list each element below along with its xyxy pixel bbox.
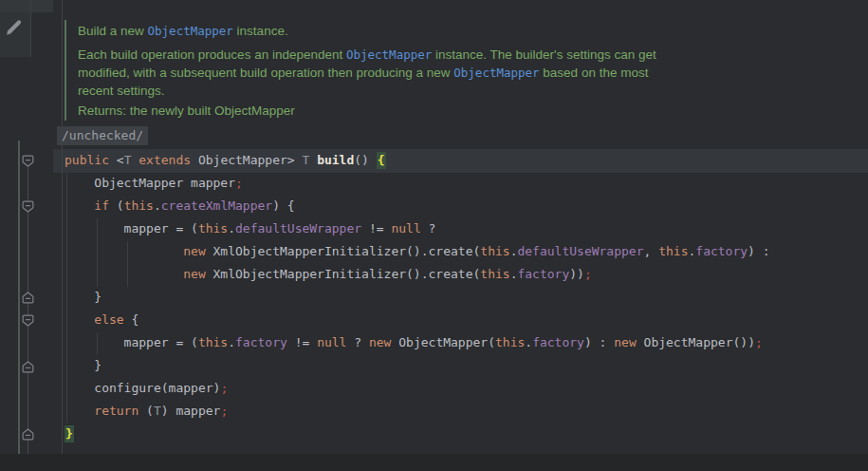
code-token: factory bbox=[235, 335, 287, 349]
code-token: this bbox=[198, 221, 228, 236]
code-token: . bbox=[154, 198, 161, 213]
fold-end-icon[interactable] bbox=[21, 360, 35, 374]
doc-text: Each build operation produces an indepen… bbox=[78, 47, 346, 62]
code-token: { bbox=[124, 312, 139, 327]
code-line[interactable]: } bbox=[65, 423, 74, 445]
fold-end-icon[interactable] bbox=[21, 427, 35, 442]
code-token: ObjectMapper mapper bbox=[65, 176, 235, 190]
code-line[interactable]: } bbox=[65, 286, 102, 309]
doc-inline-code: ObjectMapper bbox=[346, 47, 432, 62]
code-token: ObjectMapper> bbox=[191, 153, 302, 167]
code-token: createXmlMapper bbox=[161, 198, 272, 213]
code-token: this bbox=[198, 335, 228, 349]
code-token: != bbox=[287, 335, 317, 349]
code-token bbox=[65, 312, 94, 327]
code-token: ) mapper bbox=[161, 404, 221, 418]
doc-text: Build a new bbox=[78, 24, 148, 38]
code-token: ? bbox=[346, 335, 368, 349]
code-token: factory bbox=[695, 244, 748, 258]
code-token: ) : bbox=[584, 335, 614, 349]
code-token bbox=[65, 404, 94, 418]
doc-text: instance. bbox=[233, 24, 288, 38]
code-line[interactable]: } bbox=[65, 354, 102, 377]
left-strip-border bbox=[30, 0, 31, 57]
code-token: ; bbox=[220, 381, 228, 395]
gutter-separator bbox=[62, 0, 63, 471]
code-token: T bbox=[154, 404, 161, 418]
code-token: null bbox=[391, 221, 420, 236]
fold-end-icon[interactable] bbox=[21, 291, 35, 305]
code-token: ( bbox=[109, 198, 124, 213]
code-line[interactable]: return (T) mapper; bbox=[65, 400, 228, 423]
code-token: defaultUseWrapper bbox=[517, 244, 643, 258]
code-line[interactable]: if (this.createXmlMapper) { bbox=[65, 195, 295, 217]
doc-line: Build a new ObjectMapper instance. bbox=[78, 22, 288, 40]
code-token: ) : bbox=[748, 244, 769, 258]
code-token: this bbox=[480, 267, 509, 281]
code-token: . bbox=[525, 335, 532, 349]
code-token: < bbox=[109, 153, 124, 167]
code-line[interactable]: mapper = (this.defaultUseWrapper != null… bbox=[65, 217, 435, 240]
code-token: () bbox=[354, 153, 376, 167]
code-token: extends bbox=[139, 153, 191, 167]
code-token: . bbox=[228, 221, 235, 236]
code-token: XmlObjectMapperInitializer().create( bbox=[206, 244, 481, 258]
doc-line: recent settings. bbox=[78, 82, 165, 100]
doc-text: modified, with a subsequent build operat… bbox=[78, 66, 453, 80]
code-token: this bbox=[480, 244, 509, 258]
code-token: , bbox=[644, 244, 659, 258]
code-line[interactable]: else { bbox=[65, 309, 139, 331]
code-token: this bbox=[124, 198, 154, 213]
code-token: configure(mapper) bbox=[65, 381, 220, 395]
code-token: mapper = ( bbox=[65, 335, 198, 349]
code-token: } bbox=[65, 290, 102, 304]
code-line[interactable]: mapper = (this.factory != null ? new Obj… bbox=[65, 331, 763, 354]
code-token: ( bbox=[139, 404, 154, 418]
code-token: factory bbox=[532, 335, 584, 349]
code-token: ; bbox=[235, 176, 243, 190]
code-line[interactable]: new XmlObjectMapperInitializer().create(… bbox=[65, 240, 770, 263]
matched-brace: } bbox=[65, 425, 74, 443]
code-token: null bbox=[317, 335, 346, 349]
code-line[interactable]: new XmlObjectMapperInitializer().create(… bbox=[65, 263, 592, 286]
code-line[interactable]: public <T extends ObjectMapper> T build(… bbox=[65, 149, 386, 172]
code-token: )) bbox=[569, 267, 584, 281]
doc-line: Returns: the newly built ObjectMapper bbox=[78, 102, 295, 120]
doc-comment-border bbox=[65, 20, 66, 121]
doc-line: Each build operation produces an indepen… bbox=[78, 46, 656, 64]
code-token: } bbox=[65, 358, 102, 372]
pencil-icon[interactable] bbox=[3, 16, 26, 39]
fold-start-icon[interactable] bbox=[21, 154, 35, 168]
code-token: build bbox=[317, 153, 354, 167]
code-token: ; bbox=[220, 404, 228, 418]
doc-text: based on the most bbox=[540, 66, 649, 80]
code-token bbox=[65, 244, 183, 258]
code-line[interactable]: ObjectMapper mapper; bbox=[65, 172, 243, 195]
bottom-panel-edge bbox=[0, 454, 868, 471]
code-token: ; bbox=[755, 335, 763, 349]
code-token: new bbox=[369, 335, 391, 349]
doc-text: Returns: the newly built ObjectMapper bbox=[78, 104, 295, 118]
code-token: mapper = ( bbox=[65, 221, 198, 236]
code-token: if bbox=[94, 198, 109, 213]
fold-start-icon[interactable] bbox=[21, 199, 35, 214]
vcs-change-strip[interactable] bbox=[18, 141, 20, 471]
code-token: defaultUseWrapper bbox=[235, 221, 361, 236]
code-token: new bbox=[614, 335, 636, 349]
code-token: XmlObjectMapperInitializer().create( bbox=[206, 267, 481, 281]
code-token: return bbox=[94, 404, 139, 418]
doc-text: recent settings. bbox=[78, 84, 165, 98]
code-token: ObjectMapper( bbox=[391, 335, 495, 349]
folded-annotation[interactable]: /unchecked/ bbox=[57, 126, 148, 145]
code-line[interactable]: configure(mapper); bbox=[65, 377, 228, 400]
doc-text: instance. The builder's settings can get bbox=[432, 47, 656, 62]
code-token: else bbox=[94, 312, 123, 327]
matched-brace: { bbox=[377, 152, 386, 169]
code-token: factory bbox=[517, 267, 569, 281]
code-token bbox=[309, 153, 317, 167]
fold-start-icon[interactable] bbox=[21, 313, 35, 328]
code-token: != bbox=[361, 221, 391, 236]
code-token: new bbox=[183, 267, 205, 281]
code-token: this bbox=[658, 244, 688, 258]
code-token: public bbox=[65, 153, 109, 167]
